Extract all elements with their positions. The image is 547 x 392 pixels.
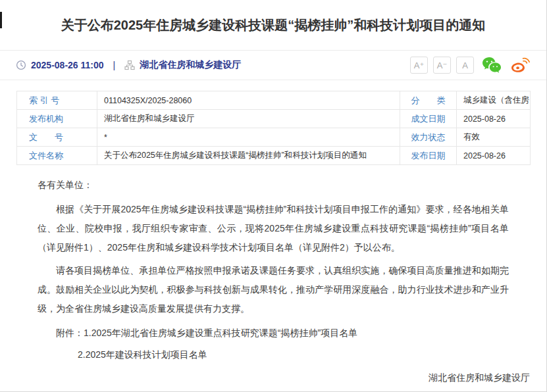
document-body: 各有关单位： 根据《关于开展2025年住房城乡建设科技课题“揭榜挂帅”和科技计划…	[0, 165, 546, 392]
field-value: 01104325X/2025-28060	[97, 91, 400, 110]
field-label: 发布机构	[17, 110, 97, 128]
field-label: 文 号	[17, 128, 97, 147]
field-value: *	[97, 128, 400, 147]
attachments-label: 附件：	[56, 328, 84, 338]
field-label: 文件名称	[17, 147, 97, 165]
field-label: 效力状态	[400, 128, 457, 147]
field-label: 成文日期	[400, 110, 457, 128]
salutation: 各有关单位：	[38, 176, 509, 195]
source-link[interactable]: 湖北省住房和城乡建设厅	[140, 59, 241, 71]
meta-separator: |	[113, 60, 116, 70]
page-title: 关于公布2025年住房城乡建设科技课题“揭榜挂帅”和科技计划项目的通知	[61, 16, 486, 34]
field-value: 关于公布2025年住房城乡建设科技课题“揭榜挂帅”和科技计划项目的通知	[97, 147, 400, 165]
wechat-share-icon[interactable]	[482, 57, 502, 74]
paragraph: 根据《关于开展2025年住房城乡建设科技课题“揭榜挂帅”和科技计划项目申报工作的…	[38, 200, 509, 257]
font-increase-button[interactable]: A⁺	[410, 57, 428, 74]
attachment-item: 1.2025年湖北省住房城乡建设重点科技研究课题“揭榜挂帅”项目名单	[84, 328, 357, 338]
font-decrease-button[interactable]: A⁻	[433, 57, 451, 74]
field-label: 分 类	[400, 91, 457, 110]
paragraph: 请各项目揭榜单位、承担单位严格按照申报承诺及课题任务要求，认真组织实施，确保项目…	[38, 261, 509, 318]
meta-bar: 2025-08-26 11:00 | 湖北省住房和城乡建设厅 A⁺ A⁻ A	[0, 51, 546, 80]
attachment-line: 附件：1.2025年湖北省住房城乡建设重点科技研究课题“揭榜挂帅”项目名单	[38, 324, 509, 343]
meta-tools: A⁺ A⁻ A	[405, 57, 531, 74]
left-edge-mark	[0, 12, 2, 28]
field-value: 城乡建设（含住房）	[457, 91, 531, 110]
table-row: 发布机构 湖北省住房和城乡建设厅 成文日期 2025-08-26	[17, 110, 531, 128]
attachment-line: 2.2025年建设科技计划项目名单	[78, 345, 509, 364]
field-label: 索 引 号	[17, 91, 97, 110]
field-value: 有效	[457, 128, 531, 147]
title-bar: 关于公布2025年住房城乡建设科技课题“揭榜挂帅”和科技计划项目的通知	[0, 0, 546, 51]
sitemap-icon	[124, 60, 135, 70]
attachment-item: 2.2025年建设科技计划项目名单	[78, 349, 207, 360]
font-default-button[interactable]: A	[456, 57, 474, 74]
table-row: 文件名称 关于公布2025年住房城乡建设科技课题“揭榜挂帅”和科技计划项目的通知…	[17, 147, 531, 165]
document-info-table: 索 引 号 01104325X/2025-28060 分 类 城乡建设（含住房）…	[16, 91, 531, 165]
weibo-share-icon[interactable]	[509, 57, 531, 74]
meta-info: 2025-08-26 11:00 | 湖北省住房和城乡建设厅	[16, 59, 241, 71]
field-value: 2025-08-26	[457, 147, 531, 165]
clock-icon	[16, 60, 26, 70]
signature-org: 湖北省住房和城乡建设厅	[38, 368, 530, 387]
field-value: 2025-08-26	[457, 110, 531, 128]
field-value: 湖北省住房和城乡建设厅	[97, 110, 400, 128]
document-page: 关于公布2025年住房城乡建设科技课题“揭榜挂帅”和科技计划项目的通知 2025…	[0, 0, 547, 392]
table-row: 文 号 * 效力状态 有效	[17, 128, 531, 147]
publish-datetime: 2025-08-26 11:00	[31, 60, 104, 70]
table-row: 索 引 号 01104325X/2025-28060 分 类 城乡建设（含住房）	[17, 91, 531, 110]
field-label: 发布日期	[400, 147, 457, 165]
